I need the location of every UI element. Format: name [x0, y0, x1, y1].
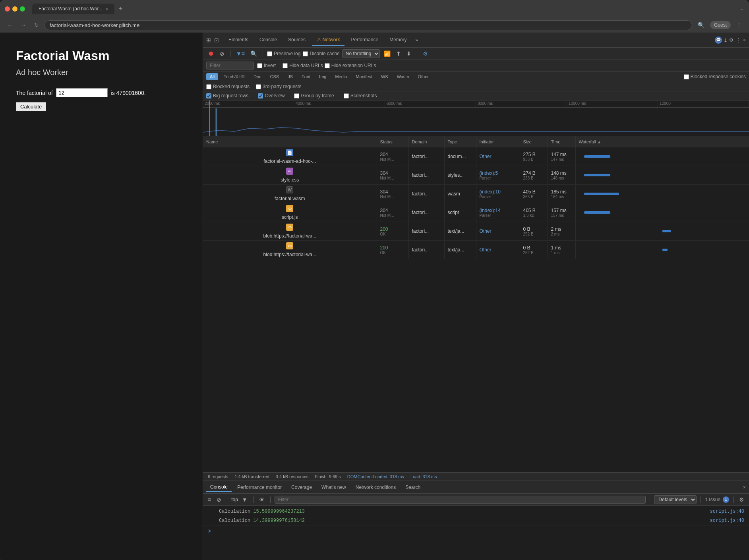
hide-data-urls-label[interactable]: Hide data URLs [283, 63, 323, 68]
filter-icon[interactable]: ▼≡ [234, 50, 246, 58]
console-row[interactable]: Calculation 15.599999964237213 script.js… [203, 507, 749, 516]
pill-img[interactable]: Img [315, 73, 330, 80]
console-context-dropdown[interactable]: ▼ [240, 496, 249, 504]
big-request-rows-label[interactable]: Big request rows [206, 93, 248, 98]
guest-button[interactable]: Guest [710, 21, 731, 29]
console-tab-coverage[interactable]: Coverage [287, 483, 316, 492]
th-domain[interactable]: Domain [409, 136, 445, 147]
pill-media[interactable]: Media [331, 73, 350, 80]
group-by-frame-checkbox[interactable] [294, 93, 299, 98]
address-bar[interactable]: factorial-wasm-ad-hoc-worker.glitch.me [45, 20, 692, 30]
responsive-icon[interactable]: ⊡ [214, 37, 219, 43]
blocked-requests-label[interactable]: Blocked requests [206, 84, 250, 89]
blocked-cookies-checkbox[interactable] [684, 74, 689, 79]
clear-button[interactable]: ⊘ [218, 50, 226, 58]
pill-wasm[interactable]: Wasm [393, 73, 413, 80]
tab-console[interactable]: Console [255, 35, 282, 46]
pill-font[interactable]: Font [298, 73, 314, 80]
third-party-requests-label[interactable]: 3rd-party requests [256, 84, 301, 89]
hide-data-urls-checkbox[interactable] [283, 63, 288, 68]
minimize-button[interactable] [12, 6, 17, 12]
invert-checkbox[interactable] [257, 63, 262, 68]
pill-manifest[interactable]: Manifest [352, 73, 376, 80]
hide-extension-urls-checkbox[interactable] [325, 63, 330, 68]
th-type[interactable]: Type [445, 136, 476, 147]
th-initiator[interactable]: Initiator [476, 136, 520, 147]
table-row[interactable]: <> blob:https://factorial-wa... 200 OK f… [203, 222, 749, 241]
inspector-icon[interactable]: ⊞ [206, 37, 211, 43]
tab-more[interactable]: » [413, 37, 420, 43]
tab-sources[interactable]: Sources [283, 35, 310, 46]
filter-input[interactable] [206, 62, 254, 70]
th-size[interactable]: Size [520, 136, 548, 147]
preserve-log-checkbox[interactable] [267, 51, 272, 56]
new-tab-button[interactable]: + [117, 5, 124, 13]
pill-js[interactable]: JS [284, 73, 296, 80]
console-close-button[interactable]: × [743, 485, 746, 490]
import-icon[interactable]: ⬆ [395, 50, 403, 58]
pill-css[interactable]: CSS [267, 73, 283, 80]
pill-fetchxhr[interactable]: Fetch/XHR [220, 73, 248, 80]
back-button[interactable]: ← [5, 21, 15, 29]
console-tab-network-conditions[interactable]: Network conditions [352, 483, 400, 492]
disable-cache-checkbox[interactable] [303, 51, 308, 56]
browser-tab[interactable]: Factorial Wasm (ad hoc Wor... × [32, 4, 114, 14]
blocked-cookies-label[interactable]: Blocked response cookies [684, 74, 746, 79]
table-row[interactable]: 📄 factorial-wasm-ad-hoc-... 304 Not M...… [203, 147, 749, 166]
console-sidebar-icon[interactable]: ≡ [206, 496, 213, 504]
tab-network[interactable]: ⚠ Network [312, 35, 345, 46]
settings-icon[interactable]: ⚙ [729, 37, 734, 43]
invert-label[interactable]: Invert [257, 63, 276, 68]
console-row-link[interactable]: script.js:40 [710, 509, 744, 514]
chevron-down-icon[interactable]: ⌄ [740, 6, 744, 12]
th-waterfall[interactable]: Waterfall ▲ [576, 136, 749, 147]
blue-settings-icon[interactable]: ⚙ [421, 50, 430, 58]
th-name[interactable]: Name [203, 136, 377, 147]
disable-cache-label[interactable]: Disable cache [303, 51, 339, 56]
pill-doc[interactable]: Doc [250, 73, 265, 80]
forward-button[interactable]: → [18, 21, 29, 29]
console-prompt[interactable]: > [203, 525, 749, 537]
overview-checkbox[interactable] [258, 93, 263, 98]
th-status[interactable]: Status [377, 136, 409, 147]
overview-label[interactable]: Overview [258, 93, 285, 98]
refresh-button[interactable]: ↻ [32, 21, 41, 29]
console-tab-performance-monitor[interactable]: Performance monitor [233, 483, 286, 492]
console-row[interactable]: Calculation 14.399999976158142 script.js… [203, 516, 749, 525]
console-level-select[interactable]: Default levels [654, 495, 697, 504]
pill-all[interactable]: All [206, 73, 218, 80]
export-icon[interactable]: ⬇ [405, 50, 413, 58]
close-button[interactable] [5, 6, 10, 12]
third-party-requests-checkbox[interactable] [256, 84, 261, 89]
table-row[interactable]: ✏ style.css 304 Not M... factori... styl… [203, 166, 749, 185]
console-filter-input[interactable] [275, 496, 646, 504]
console-row-link[interactable]: script.js:40 [710, 518, 744, 523]
console-eye-icon[interactable]: 👁 [257, 496, 266, 504]
group-by-frame-label[interactable]: Group by frame [294, 93, 334, 98]
throttle-select[interactable]: No throttling [342, 49, 380, 58]
wifi-icon[interactable]: 📶 [382, 50, 392, 58]
devtools-more-icon[interactable]: ⋮ [736, 37, 741, 43]
preserve-log-label[interactable]: Preserve log [267, 51, 300, 56]
devtools-close-icon[interactable]: × [743, 37, 746, 43]
screenshots-checkbox[interactable] [344, 93, 349, 98]
screenshots-label[interactable]: Screenshots [344, 93, 377, 98]
record-button[interactable]: ⏺ [206, 49, 216, 58]
tab-memory[interactable]: Memory [385, 35, 411, 46]
tab-close-button[interactable]: × [106, 6, 108, 11]
factorial-input[interactable] [56, 88, 108, 97]
pill-ws[interactable]: WS [377, 73, 392, 80]
console-tab-whats-new[interactable]: What's new [317, 483, 350, 492]
blocked-requests-checkbox[interactable] [206, 84, 211, 89]
tab-elements[interactable]: Elements [224, 35, 253, 46]
zoom-icon[interactable]: 🔍 [695, 21, 707, 29]
calculate-button[interactable]: Calculate [16, 102, 46, 111]
hide-extension-urls-label[interactable]: Hide extension URLs [325, 63, 376, 68]
big-request-rows-checkbox[interactable] [206, 93, 211, 98]
table-row[interactable]: W factorial.wasm 304 Not M... factori...… [203, 185, 749, 203]
console-clear-icon[interactable]: ⊘ [215, 496, 223, 504]
console-settings-icon[interactable]: ⚙ [737, 496, 746, 504]
th-time[interactable]: Time [548, 136, 576, 147]
table-row[interactable]: <> script.js 304 Not M... factori... scr… [203, 203, 749, 222]
pill-other[interactable]: Other [414, 73, 432, 80]
